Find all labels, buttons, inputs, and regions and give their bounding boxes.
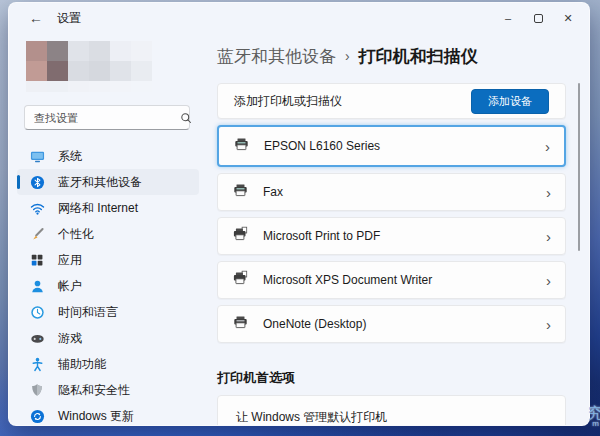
avatar-pixel [47, 41, 68, 61]
avatar-pixel [26, 81, 47, 92]
avatar-pixel [131, 81, 152, 92]
avatar-pixel [89, 81, 110, 92]
sidebar-item-privacy[interactable]: 隐私和安全性 [17, 377, 199, 403]
printer-page-icon [232, 270, 249, 290]
window-controls: – ✕ [493, 3, 589, 33]
avatar-pixel [26, 61, 47, 81]
sidebar-item-label: 辅助功能 [58, 356, 106, 373]
sidebar-item-time-language[interactable]: 时间和语言 [17, 299, 199, 325]
main-content: 蓝牙和其他设备 › 打印机和扫描仪 添加打印机或扫描仪 添加设备 EPSON L… [209, 33, 589, 425]
search-icon [180, 112, 192, 124]
sidebar-item-bluetooth[interactable]: 蓝牙和其他设备 [17, 169, 199, 195]
printer-row-onenote[interactable]: OneNote (Desktop) › [217, 305, 566, 343]
breadcrumb-parent[interactable]: 蓝牙和其他设备 [217, 45, 336, 68]
printer-row-fax[interactable]: Fax › [217, 173, 566, 211]
avatar-pixel [68, 41, 89, 61]
sidebar-item-label: 系统 [58, 148, 82, 165]
sidebar-item-label: 蓝牙和其他设备 [58, 174, 142, 191]
printer-name: EPSON L6160 Series [264, 139, 380, 153]
printer-name: OneNote (Desktop) [263, 317, 366, 331]
accessibility-icon [29, 356, 45, 372]
search-box[interactable] [24, 105, 190, 130]
brush-icon [29, 226, 45, 242]
maximize-button[interactable] [523, 3, 553, 33]
settings-window: ← 设置 – ✕ [8, 2, 590, 426]
page-title: 打印机和扫描仪 [359, 45, 478, 68]
avatar-pixel [47, 81, 68, 92]
clock-globe-icon [29, 304, 45, 320]
titlebar: ← 设置 – ✕ [9, 3, 589, 33]
sidebar-item-label: 帐户 [58, 278, 82, 295]
bluetooth-icon [29, 174, 45, 190]
sidebar-item-system[interactable]: 系统 [17, 143, 199, 169]
close-button[interactable]: ✕ [553, 3, 583, 33]
avatar-pixel [131, 61, 152, 81]
vertical-scrollbar[interactable] [578, 83, 580, 251]
minimize-button[interactable]: – [493, 3, 523, 33]
search-input[interactable] [25, 106, 180, 129]
breadcrumb-separator-icon: › [345, 48, 350, 64]
user-avatar-censored[interactable] [26, 41, 152, 92]
sync-icon [29, 408, 45, 424]
sidebar-item-personalization[interactable]: 个性化 [17, 221, 199, 247]
avatar-pixel [68, 61, 89, 81]
add-device-button[interactable]: 添加设备 [471, 89, 549, 114]
sidebar-item-accessibility[interactable]: 辅助功能 [17, 351, 199, 377]
sidebar-item-accounts[interactable]: 帐户 [17, 273, 199, 299]
sidebar-item-label: 应用 [58, 252, 82, 269]
breadcrumb: 蓝牙和其他设备 › 打印机和扫描仪 [217, 43, 566, 69]
sidebar-item-windows-update[interactable]: Windows 更新 [17, 403, 199, 426]
printer-row-xps-writer[interactable]: Microsoft XPS Document Writer › [217, 261, 566, 299]
display-icon [29, 148, 45, 164]
gamepad-icon [29, 330, 45, 346]
printer-row-epson[interactable]: EPSON L6160 Series › [217, 125, 566, 167]
apps-icon [29, 252, 45, 268]
sidebar-item-label: 网络和 Internet [58, 200, 138, 217]
sidebar-item-network[interactable]: 网络和 Internet [17, 195, 199, 221]
sidebar-item-gaming[interactable]: 游戏 [17, 325, 199, 351]
default-printer-label: 让 Windows 管理默认打印机 [236, 409, 387, 426]
printer-icon [233, 136, 250, 156]
avatar-pixel [110, 61, 131, 81]
sidebar-item-label: 时间和语言 [58, 304, 118, 321]
add-printer-row: 添加打印机或扫描仪 添加设备 [217, 83, 566, 119]
add-printer-label: 添加打印机或扫描仪 [234, 93, 342, 110]
sidebar-item-label: 游戏 [58, 330, 82, 347]
sidebar-item-apps[interactable]: 应用 [17, 247, 199, 273]
sidebar: 系统 蓝牙和其他设备 网络和 Internet 个性化 [9, 33, 209, 425]
sidebar-item-label: 隐私和安全性 [58, 382, 130, 399]
avatar-pixel [131, 41, 152, 61]
default-printer-row[interactable]: 让 Windows 管理默认打印机 [217, 395, 566, 426]
chevron-right-icon: › [546, 185, 551, 200]
printer-icon [232, 314, 249, 334]
app-title: 设置 [57, 10, 81, 27]
avatar-pixel [68, 81, 89, 92]
avatar-pixel [110, 41, 131, 61]
chevron-right-icon: › [546, 317, 551, 332]
printer-name: Microsoft XPS Document Writer [263, 273, 432, 287]
printer-row-print-to-pdf[interactable]: Microsoft Print to PDF › [217, 217, 566, 255]
sidebar-item-label: Windows 更新 [58, 408, 134, 425]
avatar-pixel [89, 61, 110, 81]
maximize-icon [534, 14, 543, 23]
shield-icon [29, 382, 45, 398]
printer-icon [232, 182, 249, 202]
printer-name: Fax [263, 185, 283, 199]
chevron-right-icon: › [545, 139, 550, 154]
chevron-right-icon: › [546, 229, 551, 244]
avatar-pixel [110, 81, 131, 92]
wifi-icon [29, 200, 45, 216]
avatar-pixel [47, 61, 68, 81]
chevron-right-icon: › [546, 273, 551, 288]
printer-preferences-heading: 打印机首选项 [217, 369, 566, 387]
printer-page-icon [232, 226, 249, 246]
person-icon [29, 278, 45, 294]
avatar-pixel [89, 41, 110, 61]
sidebar-item-label: 个性化 [58, 226, 94, 243]
avatar-pixel [26, 41, 47, 61]
back-button[interactable]: ← [23, 10, 49, 26]
sidebar-nav: 系统 蓝牙和其他设备 网络和 Internet 个性化 [9, 143, 209, 426]
printer-name: Microsoft Print to PDF [263, 229, 380, 243]
